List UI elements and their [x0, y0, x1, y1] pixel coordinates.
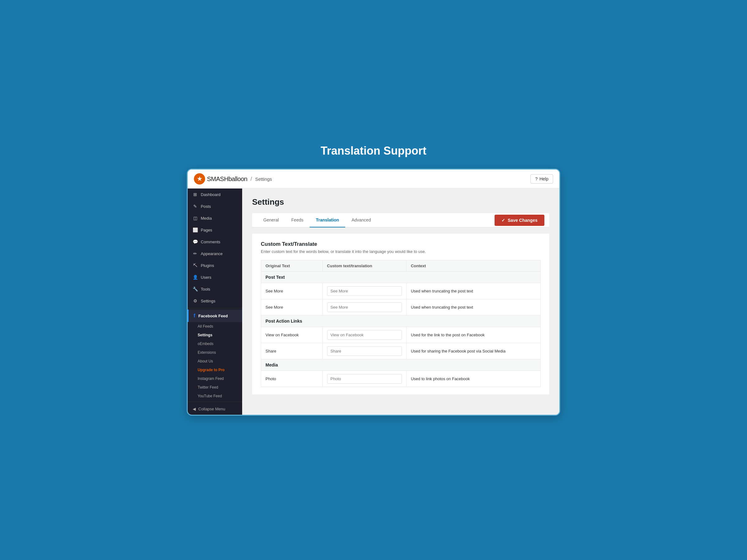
- sidebar-item-media[interactable]: ◫ Media: [188, 212, 242, 224]
- sidebar-subitem-about-us[interactable]: About Us: [193, 357, 242, 366]
- checkmark-icon: ✓: [501, 218, 505, 223]
- sidebar-label-pages: Pages: [201, 228, 212, 232]
- header-original-text: Original Text: [261, 260, 323, 272]
- collapse-label: Collapse Menu: [198, 407, 225, 411]
- sidebar: ⊞ Dashboard ✎ Posts ◫ Media ⬜ Pages 💬 Co…: [188, 189, 242, 415]
- sidebar-item-settings[interactable]: ⚙ Settings: [188, 295, 242, 307]
- page-title: Translation Support: [320, 144, 427, 157]
- translation-input-share[interactable]: [327, 346, 402, 356]
- pages-icon: ⬜: [193, 228, 198, 232]
- svg-text:★: ★: [197, 176, 202, 182]
- sidebar-item-posts[interactable]: ✎ Posts: [188, 201, 242, 212]
- context-see-more-1: Used when truncating the post text: [406, 283, 540, 299]
- content-area: Settings General Feeds Translation Advan…: [242, 189, 559, 415]
- original-text-see-more-2: See More: [261, 299, 323, 316]
- table-row: View on Facebook Used for the link to th…: [261, 327, 541, 343]
- original-text-share: Share: [261, 343, 323, 359]
- sidebar-subitem-upgrade[interactable]: Upgrade to Pro: [193, 366, 242, 374]
- translation-card: Custom Text/Translate Enter custom text …: [252, 234, 549, 395]
- sidebar-label-facebook-feed: Facebook Feed: [198, 314, 228, 318]
- sidebar-label-comments: Comments: [201, 240, 221, 244]
- sidebar-subitem-oembeds[interactable]: oEmbeds: [193, 340, 242, 348]
- table-row: Photo Used to link photos on Facebook: [261, 371, 541, 387]
- section-label-post-action-links: Post Action Links: [261, 316, 541, 327]
- translation-input-see-more-2[interactable]: [327, 302, 402, 312]
- media-icon: ◫: [193, 216, 198, 220]
- sidebar-item-facebook-feed[interactable]: f Facebook Feed: [188, 310, 242, 322]
- original-text-see-more-1: See More: [261, 283, 323, 299]
- table-row: Share Used for sharing the Facebook post…: [261, 343, 541, 359]
- sidebar-divider-2: [188, 402, 242, 402]
- header-context: Context: [406, 260, 540, 272]
- custom-text-cell-1: [323, 283, 406, 299]
- facebook-icon: f: [194, 313, 195, 319]
- section-label-post-text: Post Text: [261, 272, 541, 283]
- sidebar-item-users[interactable]: 👤 Users: [188, 271, 242, 283]
- custom-text-cell-view-on-facebook: [323, 327, 406, 343]
- tab-feeds[interactable]: Feeds: [285, 213, 310, 228]
- custom-text-cell-2: [323, 299, 406, 316]
- header-custom-text: Custom text/translation: [323, 260, 406, 272]
- sidebar-item-appearance[interactable]: ✏ Appearance: [188, 248, 242, 260]
- brand-logo-icon: ★: [194, 173, 205, 185]
- translation-input-photo[interactable]: [327, 374, 402, 383]
- collapse-icon: ◀: [193, 407, 196, 411]
- sidebar-subitem-twitter-feed[interactable]: Twitter Feed: [193, 383, 242, 392]
- section-row-post-action-links: Post Action Links: [261, 316, 541, 327]
- original-text-photo: Photo: [261, 371, 323, 387]
- appearance-icon: ✏: [193, 251, 198, 256]
- sidebar-submenu: All Feeds Settings oEmbeds Extensions Ab…: [188, 322, 242, 400]
- section-label-media: Media: [261, 359, 541, 371]
- tab-advanced[interactable]: Advanced: [345, 213, 377, 228]
- context-see-more-2: Used when truncating the post text: [406, 299, 540, 316]
- sidebar-label-dashboard: Dashboard: [201, 192, 221, 197]
- sidebar-label-plugins: Plugins: [201, 263, 214, 268]
- comments-icon: 💬: [193, 239, 198, 244]
- help-button[interactable]: ? Help: [531, 174, 553, 184]
- sidebar-subitem-extensions[interactable]: Extensions: [193, 348, 242, 357]
- browser-frame: ★ SMASHballoon / Settings ? Help ⊞ Dashb…: [187, 169, 560, 416]
- collapse-menu-button[interactable]: ◀ Collapse Menu: [188, 403, 242, 415]
- save-changes-button[interactable]: ✓ Save Changes: [495, 215, 544, 226]
- sidebar-label-appearance: Appearance: [201, 251, 223, 256]
- context-photo: Used to link photos on Facebook: [406, 371, 540, 387]
- sidebar-label-media: Media: [201, 216, 212, 220]
- sidebar-item-tools[interactable]: 🔧 Tools: [188, 283, 242, 295]
- sidebar-label-posts: Posts: [201, 204, 211, 209]
- dashboard-icon: ⊞: [193, 192, 198, 197]
- sidebar-item-dashboard[interactable]: ⊞ Dashboard: [188, 189, 242, 201]
- context-share: Used for sharing the Facebook post via S…: [406, 343, 540, 359]
- sidebar-item-plugins[interactable]: ⛏ Plugins: [188, 260, 242, 271]
- users-icon: 👤: [193, 275, 198, 280]
- sidebar-item-pages[interactable]: ⬜ Pages: [188, 224, 242, 236]
- sidebar-subitem-settings[interactable]: Settings: [193, 331, 242, 340]
- tab-translation[interactable]: Translation: [310, 213, 345, 228]
- sidebar-subitem-all-feeds[interactable]: All Feeds: [193, 322, 242, 331]
- translation-table: Original Text Custom text/translation Co…: [261, 260, 541, 387]
- tools-icon: 🔧: [193, 287, 198, 292]
- sidebar-label-settings: Settings: [201, 299, 215, 303]
- brand-name: SMASHballoon: [207, 176, 248, 183]
- sidebar-subitem-youtube-feed[interactable]: YouTube Feed: [193, 392, 242, 400]
- tabs-save-row: General Feeds Translation Advanced ✓ Sav…: [252, 213, 549, 228]
- brand-area: ★ SMASHballoon / Settings: [194, 173, 272, 185]
- help-icon: ?: [535, 177, 538, 181]
- top-bar: ★ SMASHballoon / Settings ? Help: [188, 169, 559, 189]
- original-text-view-on-facebook: View on Facebook: [261, 327, 323, 343]
- custom-text-cell-photo: [323, 371, 406, 387]
- context-view-on-facebook: Used for the link to the post on Faceboo…: [406, 327, 540, 343]
- sidebar-divider: [188, 308, 242, 308]
- settings-icon: ⚙: [193, 298, 198, 303]
- settings-page-title: Settings: [252, 197, 549, 207]
- sidebar-subitem-instagram-feed[interactable]: Instagram Feed: [193, 374, 242, 383]
- breadcrumb-current: Settings: [255, 177, 272, 182]
- tab-general[interactable]: General: [257, 213, 285, 228]
- sidebar-item-comments[interactable]: 💬 Comments: [188, 236, 242, 248]
- breadcrumb-separator: /: [251, 176, 252, 182]
- posts-icon: ✎: [193, 204, 198, 209]
- card-subtitle: Enter custom text for the words below, o…: [261, 249, 541, 254]
- sidebar-label-users: Users: [201, 275, 211, 280]
- table-row: See More Used when truncating the post t…: [261, 299, 541, 316]
- translation-input-view-on-facebook[interactable]: [327, 330, 402, 340]
- translation-input-see-more-1[interactable]: [327, 286, 402, 296]
